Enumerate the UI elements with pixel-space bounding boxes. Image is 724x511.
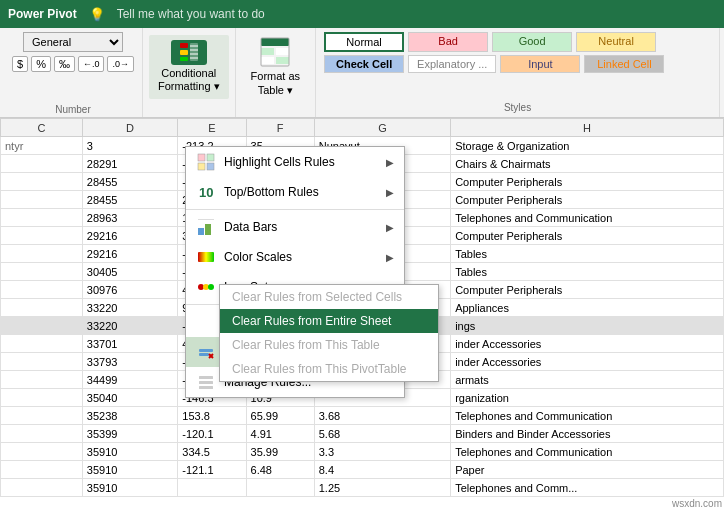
col-header-g[interactable]: G: [314, 119, 450, 137]
table-cell[interactable]: 28291: [82, 155, 177, 173]
table-cell[interactable]: inder Accessories: [451, 353, 724, 371]
table-cell[interactable]: 3: [82, 137, 177, 155]
table-cell[interactable]: [1, 281, 83, 299]
style-linked-cell[interactable]: Linked Cell: [584, 55, 664, 73]
col-header-h[interactable]: H: [451, 119, 724, 137]
table-cell[interactable]: [246, 479, 314, 497]
table-cell[interactable]: 30405: [82, 263, 177, 281]
table-cell[interactable]: 153.8: [178, 407, 246, 425]
table-cell[interactable]: [1, 353, 83, 371]
table-cell[interactable]: [1, 389, 83, 407]
table-cell[interactable]: 29216: [82, 227, 177, 245]
menu-item-colorscales[interactable]: Color Scales ▶: [186, 242, 404, 272]
table-cell[interactable]: Computer Peripherals: [451, 173, 724, 191]
table-cell[interactable]: Telephones and Communication: [451, 443, 724, 461]
table-cell[interactable]: 33220: [82, 317, 177, 335]
table-cell[interactable]: inder Accessories: [451, 335, 724, 353]
table-cell[interactable]: 3.3: [314, 443, 450, 461]
table-cell[interactable]: Telephones and Communication: [451, 209, 724, 227]
table-cell[interactable]: 28455: [82, 173, 177, 191]
table-cell[interactable]: [178, 479, 246, 497]
table-cell[interactable]: 35910: [82, 461, 177, 479]
table-cell[interactable]: 28963: [82, 209, 177, 227]
table-cell[interactable]: 35910: [82, 443, 177, 461]
table-cell[interactable]: 33701: [82, 335, 177, 353]
percent-button[interactable]: %: [31, 56, 51, 72]
table-cell[interactable]: [1, 227, 83, 245]
style-check-cell[interactable]: Check Cell: [324, 55, 404, 73]
table-cell[interactable]: Tables: [451, 245, 724, 263]
table-cell[interactable]: 6.48: [246, 461, 314, 479]
table-cell[interactable]: rganization: [451, 389, 724, 407]
conditional-formatting-button[interactable]: ConditionalFormatting ▾: [149, 35, 229, 99]
table-cell[interactable]: [1, 443, 83, 461]
table-cell[interactable]: Paper: [451, 461, 724, 479]
format-table-button[interactable]: Format asTable ▾: [242, 35, 310, 99]
table-cell[interactable]: [1, 209, 83, 227]
table-cell[interactable]: [1, 317, 83, 335]
table-cell[interactable]: -120.1: [178, 425, 246, 443]
table-cell[interactable]: 8.4: [314, 461, 450, 479]
table-cell[interactable]: 35238: [82, 407, 177, 425]
table-cell[interactable]: 1.25: [314, 479, 450, 497]
style-good[interactable]: Good: [492, 32, 572, 52]
table-cell[interactable]: 34499: [82, 371, 177, 389]
menu-item-highlight-cells[interactable]: Highlight Cells Rules ▶: [186, 147, 404, 177]
col-header-d[interactable]: D: [82, 119, 177, 137]
search-bar[interactable]: Tell me what you want to do: [117, 7, 265, 21]
style-bad[interactable]: Bad: [408, 32, 488, 52]
table-cell[interactable]: [1, 425, 83, 443]
table-cell[interactable]: Computer Peripherals: [451, 227, 724, 245]
table-cell[interactable]: [1, 299, 83, 317]
menu-item-topbottom[interactable]: 10 Top/Bottom Rules ▶: [186, 177, 404, 207]
number-format-selector[interactable]: General: [23, 32, 123, 52]
table-cell[interactable]: 35399: [82, 425, 177, 443]
table-cell[interactable]: [1, 335, 83, 353]
table-cell[interactable]: 35.99: [246, 443, 314, 461]
table-cell[interactable]: -121.1: [178, 461, 246, 479]
table-cell[interactable]: Computer Peripherals: [451, 191, 724, 209]
table-cell[interactable]: Binders and Binder Accessories: [451, 425, 724, 443]
table-cell[interactable]: 30976: [82, 281, 177, 299]
table-cell[interactable]: [1, 407, 83, 425]
table-cell[interactable]: Chairs & Chairmats: [451, 155, 724, 173]
table-cell[interactable]: ings: [451, 317, 724, 335]
table-cell[interactable]: [1, 173, 83, 191]
menu-item-databars[interactable]: Data Bars ▶: [186, 212, 404, 242]
comma-button[interactable]: ‰: [54, 56, 75, 72]
style-input[interactable]: Input: [500, 55, 580, 73]
table-cell[interactable]: 35040: [82, 389, 177, 407]
style-explanatory[interactable]: Explanatory ...: [408, 55, 496, 73]
col-header-e[interactable]: E: [178, 119, 246, 137]
table-cell[interactable]: Storage & Organization: [451, 137, 724, 155]
table-cell[interactable]: 4.91: [246, 425, 314, 443]
table-cell[interactable]: ntyr: [1, 137, 83, 155]
table-cell[interactable]: 33793: [82, 353, 177, 371]
table-cell[interactable]: [1, 191, 83, 209]
table-cell[interactable]: 65.99: [246, 407, 314, 425]
table-cell[interactable]: 5.68: [314, 425, 450, 443]
submenu-clear-sheet[interactable]: Clear Rules from Entire Sheet: [220, 309, 438, 333]
col-header-f[interactable]: F: [246, 119, 314, 137]
table-cell[interactable]: Tables: [451, 263, 724, 281]
table-cell[interactable]: [1, 245, 83, 263]
table-cell[interactable]: Appliances: [451, 299, 724, 317]
table-cell[interactable]: 35910: [82, 479, 177, 497]
style-normal[interactable]: Normal: [324, 32, 404, 52]
table-cell[interactable]: 334.5: [178, 443, 246, 461]
table-cell[interactable]: armats: [451, 371, 724, 389]
table-cell[interactable]: [1, 479, 83, 497]
table-cell[interactable]: [1, 155, 83, 173]
style-neutral[interactable]: Neutral: [576, 32, 656, 52]
currency-button[interactable]: $: [12, 56, 28, 72]
table-cell[interactable]: [1, 263, 83, 281]
table-cell[interactable]: 33220: [82, 299, 177, 317]
table-cell[interactable]: Telephones and Communication: [451, 407, 724, 425]
col-header-c[interactable]: C: [1, 119, 83, 137]
table-cell[interactable]: Computer Peripherals: [451, 281, 724, 299]
decrease-decimal-button[interactable]: ←.0: [78, 56, 105, 72]
increase-decimal-button[interactable]: .0→: [107, 56, 134, 72]
table-cell[interactable]: 3.68: [314, 407, 450, 425]
table-cell[interactable]: [1, 371, 83, 389]
table-cell[interactable]: Telephones and Comm...: [451, 479, 724, 497]
